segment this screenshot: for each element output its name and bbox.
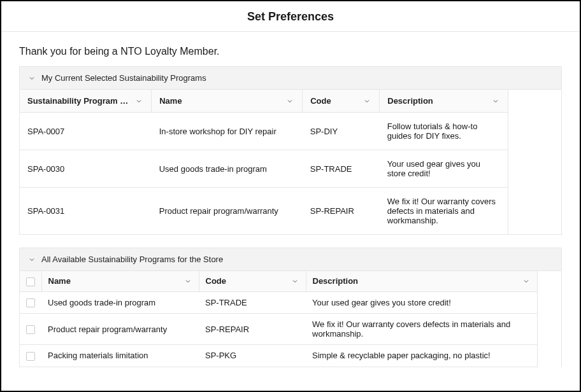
table-row: Used goods trade-in program SP-TRADE You… <box>20 291 537 314</box>
checkbox-icon[interactable] <box>26 352 35 361</box>
col-label: Description <box>313 276 359 286</box>
page-content: Thank you for being a NTO Loyalty Member… <box>1 32 580 388</box>
cell-description: Your used gear gives you store credit! <box>306 291 537 314</box>
chevron-down-icon <box>290 277 299 286</box>
col-label: Name <box>48 276 71 286</box>
cell-program-number: SPA-0007 <box>20 113 152 150</box>
extra-column-space <box>508 90 561 234</box>
checkbox-icon[interactable] <box>26 298 35 307</box>
my-programs-table-wrap: Sustainability Program … Name Code Descr… <box>19 90 562 235</box>
table-row: SPA-0007 In-store workshop for DIY repai… <box>20 113 508 150</box>
chevron-down-icon <box>183 277 192 286</box>
cell-name: Used goods trade-in program <box>152 150 303 188</box>
cell-code: SP-PKG <box>199 345 306 367</box>
cell-name: In-store workshop for DIY repair <box>152 113 303 150</box>
col-label: Description <box>387 96 433 106</box>
my-programs-table: Sustainability Program … Name Code Descr… <box>20 90 508 234</box>
cell-code: SP-DIY <box>303 113 380 150</box>
checkbox-icon[interactable] <box>26 325 35 334</box>
col-header-name[interactable]: Name <box>41 271 199 291</box>
chevron-down-icon <box>134 97 143 106</box>
cell-code: SP-REPAIR <box>199 314 306 345</box>
cell-description: We fix it! Our warranty covers defects i… <box>380 188 508 235</box>
chevron-down-icon <box>285 97 294 106</box>
section-all-programs-header[interactable]: All Available Sustainability Programs fo… <box>19 248 562 271</box>
table-row: Packing materials limitation SP-PKG Simp… <box>20 345 537 367</box>
chevron-down-icon <box>27 255 36 264</box>
section-my-programs-header[interactable]: My Current Selected Sustainability Progr… <box>19 66 562 90</box>
section-all-programs: All Available Sustainability Programs fo… <box>19 248 562 367</box>
section-all-programs-title: All Available Sustainability Programs fo… <box>41 255 223 264</box>
cell-description: We fix it! Our warranty covers defects i… <box>306 314 537 345</box>
cell-name: Packing materials limitation <box>41 345 199 367</box>
table-row: Product repair program/warranty SP-REPAI… <box>20 314 537 345</box>
col-header-program-number[interactable]: Sustainability Program … <box>20 90 152 113</box>
all-programs-table-wrap: Name Code Description Used goods trade-i… <box>19 271 562 367</box>
chevron-down-icon <box>362 97 371 106</box>
cell-name: Product repair program/warranty <box>152 188 303 235</box>
cell-checkbox[interactable] <box>20 291 41 314</box>
col-header-code[interactable]: Code <box>303 90 380 113</box>
table-row: SPA-0031 Product repair program/warranty… <box>20 188 508 235</box>
cell-description: Your used gear gives you store credit! <box>380 150 508 188</box>
cell-code: SP-TRADE <box>199 291 306 314</box>
chevron-down-icon <box>491 97 500 106</box>
cell-description: Simple & recyclable paper packaging, no … <box>306 345 537 367</box>
section-my-programs: My Current Selected Sustainability Progr… <box>19 66 562 235</box>
extra-column-space <box>538 271 562 367</box>
col-label: Code <box>310 96 331 106</box>
col-header-code[interactable]: Code <box>199 271 306 291</box>
col-label: Name <box>159 96 182 106</box>
all-programs-table: Name Code Description Used goods trade-i… <box>20 271 538 367</box>
section-my-programs-title: My Current Selected Sustainability Progr… <box>41 73 206 83</box>
cell-name: Used goods trade-in program <box>41 291 199 314</box>
col-header-checkbox[interactable] <box>20 271 41 291</box>
checkbox-icon[interactable] <box>26 277 35 286</box>
page-title: Set Preferences <box>1 10 580 24</box>
col-label: Code <box>206 276 227 286</box>
cell-checkbox[interactable] <box>20 345 41 367</box>
thankyou-text: Thank you for being a NTO Loyalty Member… <box>19 46 562 57</box>
chevron-down-icon <box>27 74 36 83</box>
table-header-row: Sustainability Program … Name Code Descr… <box>20 90 508 113</box>
cell-program-number: SPA-0031 <box>20 188 152 235</box>
col-header-description[interactable]: Description <box>306 271 537 291</box>
col-header-name[interactable]: Name <box>152 90 303 113</box>
page-header: Set Preferences <box>1 1 580 32</box>
cell-program-number: SPA-0030 <box>20 150 152 188</box>
table-row: SPA-0030 Used goods trade-in program SP-… <box>20 150 508 188</box>
cell-code: SP-TRADE <box>303 150 380 188</box>
table-header-row: Name Code Description <box>20 271 537 291</box>
cell-checkbox[interactable] <box>20 314 41 345</box>
cell-description: Follow tutorials & how-to guides for DIY… <box>380 113 508 150</box>
col-label: Sustainability Program … <box>27 96 128 106</box>
col-header-description[interactable]: Description <box>380 90 508 113</box>
cell-code: SP-REPAIR <box>303 188 380 235</box>
cell-name: Product repair program/warranty <box>41 314 199 345</box>
chevron-down-icon <box>522 277 531 286</box>
